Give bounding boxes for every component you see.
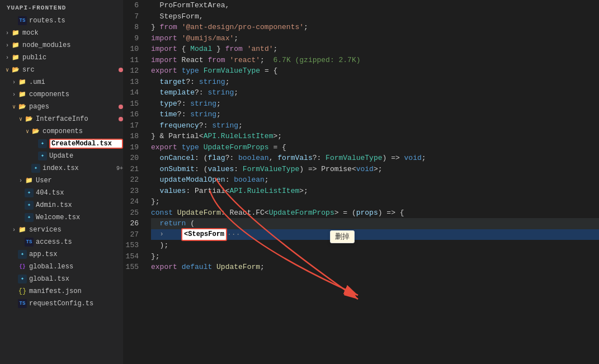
sidebar-item-mock[interactable]: › 📁 mock	[0, 27, 123, 39]
sidebar-item-src[interactable]: ∨ 📂 src	[0, 64, 123, 76]
tsx-file-icon: ✦	[38, 152, 47, 160]
file-label: src	[22, 66, 116, 74]
tsx-file-icon: ✦	[25, 188, 34, 197]
line-num-10: 10	[123, 44, 143, 55]
code-text: UpdateFormProps	[269, 207, 334, 219]
code-text	[151, 87, 160, 98]
code-text	[212, 262, 216, 273]
code-text: target	[160, 77, 186, 88]
sidebar-item-pages[interactable]: ∨ 📂 pages	[0, 101, 123, 113]
code-line-153: );	[151, 240, 599, 251]
code-line-27: › <StepsForm ··· 删掉	[151, 229, 599, 240]
file-explorer[interactable]: YUAPI-FRONTEND TS routes.ts › 📁 mock › 📁…	[0, 0, 123, 364]
code-text	[151, 109, 160, 120]
code-text: import	[151, 33, 177, 44]
code-text: >;	[299, 186, 308, 197]
code-text	[177, 33, 182, 44]
code-editor: 6 7 8 9 10 11 12 13 14 15 16 17 18 19 20…	[123, 0, 599, 364]
sidebar-item-requestconfig[interactable]: TS requestConfig.ts	[0, 297, 123, 310]
line-num-24: 24	[123, 196, 143, 207]
code-text: ;	[260, 262, 265, 273]
sidebar-item-components2[interactable]: ∨ 📂 components	[0, 125, 123, 138]
file-label: .umi	[29, 78, 123, 86]
code-text: ;	[225, 77, 230, 88]
code-text	[177, 22, 182, 33]
code-text: values	[160, 186, 186, 197]
folder-open-icon: 📂	[31, 127, 40, 136]
sidebar-item-global-tsx[interactable]: ✦ global.tsx	[0, 273, 123, 285]
stepsform-box: <StepsForm	[181, 228, 227, 242]
sidebar-item-interfaceinfo[interactable]: ∨ 📂 InterfaceInfo	[0, 113, 123, 125]
chevron-icon: ›	[10, 79, 18, 86]
sidebar-item-404[interactable]: ✦ 404.tsx	[0, 187, 123, 199]
code-line-18: } & Partial< API.RuleListItem >;	[151, 131, 599, 142]
sidebar-item-components[interactable]: › 📁 components	[0, 88, 123, 101]
sidebar-item-updatemodal[interactable]: ✦ Update	[0, 150, 123, 162]
code-text: API.RuleListItem	[229, 186, 299, 197]
code-line-21: onSubmit : ( values : FormValueType ) =>…	[151, 164, 599, 175]
sidebar-item-manifest[interactable]: {} manifest.json	[0, 285, 123, 297]
code-line-19: export type UpdateFormProps = {	[151, 142, 599, 153]
code-text: return	[160, 218, 186, 229]
code-text: void	[356, 164, 374, 175]
code-text	[225, 55, 230, 66]
sidebar-item-admin[interactable]: ✦ Admin.tsx	[0, 199, 123, 211]
code-text: string	[190, 98, 216, 110]
code-text: string	[190, 109, 216, 120]
modified-dot	[119, 68, 123, 72]
sidebar-item-app-tsx[interactable]: ✦ app.tsx	[0, 248, 123, 261]
line-num-7: 7	[123, 11, 143, 22]
chevron-icon: ∨	[10, 103, 18, 110]
line-num-9: 9	[123, 33, 143, 44]
code-text: (	[186, 218, 195, 229]
line-num-13: 13	[123, 77, 143, 88]
chevron-icon: ›	[3, 30, 11, 36]
file-label: pages	[29, 103, 116, 111]
code-text	[151, 164, 160, 175]
sidebar-item-node-modules[interactable]: › 📁 node_modules	[0, 39, 123, 51]
code-text: from	[225, 44, 243, 55]
sidebar-item-index-tsx[interactable]: ✦ index.tsx 9+	[0, 162, 123, 174]
file-label: access.ts	[36, 238, 123, 246]
code-text: : (	[195, 164, 207, 175]
code-text: ) => {	[378, 207, 404, 219]
chevron-icon: ›	[17, 178, 25, 184]
code-line-25: const UpdateForm : React.FC< UpdateFormP…	[151, 207, 599, 219]
code-text: time	[160, 109, 177, 120]
code-text: ?:	[225, 153, 238, 164]
code-text: props	[356, 207, 378, 219]
sidebar-item-global-less[interactable]: {} global.less	[0, 261, 123, 273]
sidebar-item-createmodal[interactable]: ✦ CreateModal.tsx	[0, 138, 123, 150]
chevron-icon: ∨	[23, 128, 31, 135]
code-line-9: import '@umijs/max' ;	[151, 33, 599, 44]
code-text: boolean	[238, 153, 269, 164]
code-text: string	[207, 87, 234, 98]
sidebar-item-routes-ts[interactable]: TS routes.ts	[0, 15, 123, 27]
code-text: : Partial<	[186, 186, 229, 197]
line-num-17: 17	[123, 120, 143, 131]
code-text: type	[182, 65, 199, 77]
code-text: }	[212, 44, 225, 55]
sidebar-item-public[interactable]: › 📁 public	[0, 51, 123, 64]
code-text: };	[151, 251, 160, 262]
sidebar-item-welcome[interactable]: ✦ Welcome.tsx	[0, 211, 123, 224]
sidebar-item-services[interactable]: › 📁 services	[0, 224, 123, 236]
sidebar-item-umi[interactable]: › 📁 .umi	[0, 76, 123, 88]
code-text: '@umijs/max'	[182, 33, 234, 44]
folder-icon: 📁	[11, 53, 20, 62]
code-text: >;	[374, 164, 383, 175]
code-text: = {	[269, 142, 286, 153]
file-label: User	[36, 177, 123, 185]
sidebar-item-user[interactable]: › 📁 User	[0, 174, 123, 187]
code-line-14: template ?: string ;	[151, 87, 599, 98]
tsx-file-icon: ✦	[25, 201, 34, 210]
sidebar-item-access-ts[interactable]: TS access.ts	[0, 236, 123, 248]
folder-icon: 📁	[11, 29, 20, 37]
code-text	[177, 65, 182, 77]
code-text: UpdateFormProps	[204, 142, 269, 153]
code-text: {	[177, 44, 190, 55]
code-text: template	[160, 87, 195, 98]
file-label: mock	[22, 29, 123, 37]
code-text: type	[160, 98, 177, 110]
code-text: > = (	[334, 207, 356, 219]
